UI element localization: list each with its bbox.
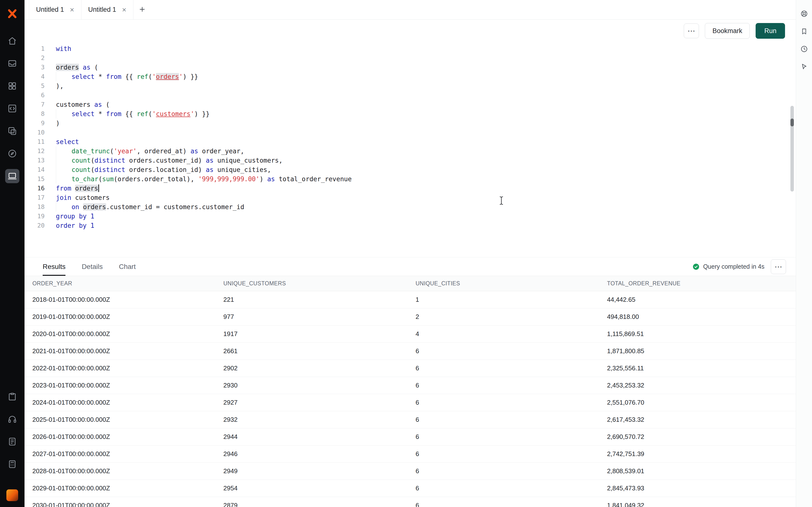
warehouse-icon[interactable]	[5, 56, 19, 70]
table-row[interactable]: 2024-01-01T00:00:00.000Z292762,551,076.7…	[24, 394, 796, 411]
code-line[interactable]: 8 select * from {{ ref('customers') }}	[24, 109, 796, 119]
table-cell: 2,551,076.70	[599, 399, 796, 406]
table-row[interactable]: 2018-01-01T00:00:00.000Z221144,442.65	[24, 291, 796, 308]
calculator-icon[interactable]	[5, 457, 19, 471]
code-line[interactable]: 16from orders	[24, 184, 796, 193]
code-line[interactable]: 2	[24, 53, 796, 63]
journal-icon[interactable]	[5, 435, 19, 449]
history-icon[interactable]	[799, 44, 810, 54]
table-cell: 2	[408, 313, 599, 321]
table-row[interactable]: 2020-01-01T00:00:00.000Z191741,115,869.5…	[24, 326, 796, 343]
column-header: TOTAL_ORDER_REVENUE	[599, 280, 796, 287]
table-cell: 2661	[215, 347, 408, 355]
right-sidebar	[796, 0, 812, 507]
line-content: select * from {{ ref('customers') }}	[45, 109, 210, 119]
code-line[interactable]: 18 on orders.customer_id = customers.cus…	[24, 202, 796, 212]
new-tab-button[interactable]	[133, 0, 151, 19]
code-line[interactable]: 14 count(distinct orders.location_id) as…	[24, 165, 796, 174]
table-row[interactable]: 2023-01-01T00:00:00.000Z293062,453,253.3…	[24, 377, 796, 394]
plus-icon	[138, 5, 146, 14]
table-cell: 6	[408, 433, 599, 441]
line-content: group by 1	[45, 212, 94, 221]
results-header: ResultsDetailsChart Query completed in 4…	[24, 258, 796, 276]
apps-icon[interactable]	[5, 79, 19, 93]
table-cell: 2,453,253.32	[599, 382, 796, 389]
bookmark-button[interactable]: Bookmark	[705, 23, 750, 39]
table-row[interactable]: 2021-01-01T00:00:00.000Z266161,871,800.8…	[24, 343, 796, 360]
tab-close-icon[interactable]: ×	[122, 6, 126, 13]
line-number: 17	[24, 193, 45, 202]
line-content	[45, 91, 56, 100]
tab-label: Untitled 1	[88, 6, 116, 13]
code-line[interactable]: 1with	[24, 44, 796, 53]
line-number: 18	[24, 202, 45, 212]
results-tab-results[interactable]: Results	[43, 258, 65, 276]
table-row[interactable]: 2025-01-01T00:00:00.000Z293262,617,453.3…	[24, 411, 796, 429]
code-icon[interactable]	[5, 101, 19, 116]
run-button[interactable]: Run	[756, 23, 785, 39]
sql-editor[interactable]: 1with23orders as (4 select * from {{ ref…	[24, 42, 796, 257]
results-more-button[interactable]: ⋯	[771, 260, 786, 274]
cursor-click-icon[interactable]	[799, 61, 810, 72]
app-logo[interactable]	[6, 8, 18, 19]
code-line[interactable]: 10	[24, 128, 796, 137]
line-content: select	[45, 137, 79, 147]
code-line[interactable]: 7customers as (	[24, 100, 796, 109]
code-line[interactable]: 12 date_trunc('year', ordered_at) as ord…	[24, 147, 796, 156]
headphones-icon[interactable]	[5, 412, 19, 426]
table-cell: 2026-01-01T00:00:00.000Z	[24, 433, 215, 441]
column-header: ORDER_YEAR	[24, 280, 215, 287]
table-row[interactable]: 2019-01-01T00:00:00.000Z9772494,818.00	[24, 308, 796, 326]
code-line[interactable]: 20order by 1	[24, 221, 796, 230]
table-row[interactable]: 2028-01-01T00:00:00.000Z294962,808,539.0…	[24, 463, 796, 480]
code-line[interactable]: 15 to_char(sum(orders.order_total), '999…	[24, 174, 796, 184]
table-row[interactable]: 2022-01-01T00:00:00.000Z290262,325,556.1…	[24, 360, 796, 377]
table-row[interactable]: 2030-01-01T00:00:00.000Z287961,841,049.3…	[24, 497, 796, 507]
bookmark-icon[interactable]	[799, 26, 810, 37]
tab-close-icon[interactable]: ×	[70, 6, 74, 13]
table-row[interactable]: 2026-01-01T00:00:00.000Z294462,690,570.7…	[24, 429, 796, 446]
table-cell: 1,871,800.85	[599, 347, 796, 355]
line-number: 5	[24, 81, 45, 91]
code-line[interactable]: 13 count(distinct orders.customer_id) as…	[24, 156, 796, 165]
table-cell: 2930	[215, 382, 408, 389]
line-number: 8	[24, 109, 45, 119]
more-options-button[interactable]: ⋯	[684, 23, 699, 38]
clipboard-icon[interactable]	[5, 389, 19, 404]
windows-icon[interactable]	[5, 124, 19, 138]
code-line[interactable]: 11select	[24, 137, 796, 147]
tab-bar: Untitled 1×Untitled 1×	[24, 0, 796, 19]
code-line[interactable]: 6	[24, 91, 796, 100]
table-cell: 2,690,570.72	[599, 433, 796, 441]
check-icon	[692, 263, 700, 270]
table-cell: 2932	[215, 416, 408, 424]
results-tab-chart[interactable]: Chart	[119, 258, 136, 276]
terminal-icon[interactable]	[5, 169, 19, 183]
line-number: 16	[24, 184, 45, 193]
compass-icon[interactable]	[5, 147, 19, 161]
code-line[interactable]: 19group by 1	[24, 212, 796, 221]
results-tab-details[interactable]: Details	[82, 258, 103, 276]
user-avatar[interactable]	[6, 489, 18, 501]
code-line[interactable]: 17join customers	[24, 193, 796, 202]
home-icon[interactable]	[5, 34, 19, 48]
table-header: ORDER_YEARUNIQUE_CUSTOMERSUNIQUE_CITIEST…	[24, 276, 796, 291]
table-row[interactable]: 2029-01-01T00:00:00.000Z295462,845,473.9…	[24, 480, 796, 497]
table-cell: 2902	[215, 364, 408, 372]
code-line[interactable]: 3orders as (	[24, 63, 796, 72]
code-lines: 1with23orders as (4 select * from {{ ref…	[24, 44, 796, 230]
table-row[interactable]: 2027-01-01T00:00:00.000Z294662,742,751.3…	[24, 446, 796, 463]
results-tabs: ResultsDetailsChart	[43, 258, 136, 276]
code-line[interactable]: 4 select * from {{ ref('orders') }}	[24, 72, 796, 81]
editor-scrollbar-marker	[791, 119, 794, 126]
table-cell: 2022-01-01T00:00:00.000Z	[24, 364, 215, 372]
table-cell: 1,115,869.51	[599, 330, 796, 338]
code-line[interactable]: 9)	[24, 119, 796, 128]
line-number: 3	[24, 63, 45, 72]
table-cell: 494,818.00	[599, 313, 796, 321]
help-icon[interactable]	[799, 8, 810, 19]
editor-tab[interactable]: Untitled 1×	[29, 0, 82, 19]
editor-tab[interactable]: Untitled 1×	[82, 0, 134, 19]
table-cell: 6	[408, 450, 599, 458]
code-line[interactable]: 5),	[24, 81, 796, 91]
